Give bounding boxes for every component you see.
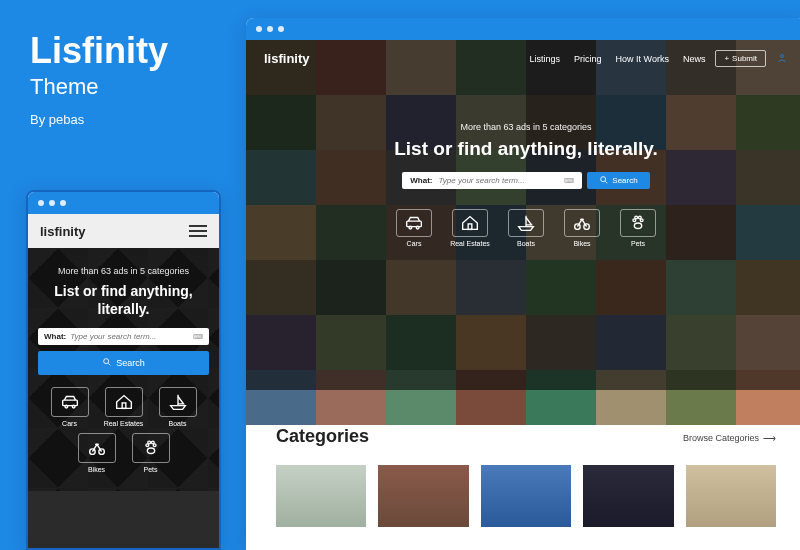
brand-logo[interactable]: lisfinity bbox=[264, 51, 310, 66]
window-dot-icon bbox=[38, 200, 44, 206]
hero-headline: List or find anything, literally. bbox=[246, 138, 800, 160]
svg-point-14 bbox=[601, 176, 606, 181]
promo-title: Lisfinity bbox=[30, 30, 168, 72]
svg-line-15 bbox=[606, 181, 608, 183]
svg-rect-19 bbox=[468, 224, 472, 230]
svg-rect-5 bbox=[122, 403, 126, 409]
search-button[interactable]: Search bbox=[38, 351, 209, 375]
browse-categories-link[interactable]: Browse Categories ⟶ bbox=[683, 433, 776, 443]
category-boats[interactable]: Boats bbox=[154, 387, 202, 427]
nav-howitworks[interactable]: How It Works bbox=[616, 54, 669, 64]
category-label: Bikes bbox=[88, 466, 105, 473]
svg-point-13 bbox=[781, 54, 784, 57]
boat-icon bbox=[159, 387, 197, 417]
search-label: What: bbox=[410, 176, 432, 185]
house-icon bbox=[452, 209, 488, 237]
category-boats[interactable]: Boats bbox=[504, 209, 548, 247]
svg-point-18 bbox=[416, 226, 419, 229]
promo-block: Lisfinity Theme By pebas bbox=[30, 30, 168, 127]
plus-icon: + bbox=[724, 54, 729, 63]
search-button[interactable]: Search bbox=[587, 172, 649, 189]
svg-point-8 bbox=[147, 448, 154, 454]
hamburger-icon[interactable] bbox=[189, 222, 207, 240]
hero-tagline: More than 63 ads in 5 categories bbox=[246, 122, 800, 132]
category-label: Pets bbox=[631, 240, 645, 247]
window-dot-icon bbox=[267, 26, 273, 32]
svg-point-25 bbox=[635, 216, 638, 219]
svg-point-26 bbox=[638, 216, 641, 219]
svg-point-17 bbox=[409, 226, 412, 229]
category-thumbnails bbox=[276, 465, 776, 527]
svg-point-4 bbox=[72, 406, 75, 409]
user-icon[interactable] bbox=[776, 52, 788, 66]
window-dot-icon bbox=[49, 200, 55, 206]
keyboard-icon: ⌨ bbox=[564, 177, 574, 185]
svg-point-22 bbox=[634, 223, 641, 229]
hero-headline: List or find anything, literally. bbox=[38, 282, 209, 318]
house-icon bbox=[105, 387, 143, 417]
svg-point-0 bbox=[104, 359, 109, 364]
category-label: Bikes bbox=[573, 240, 590, 247]
desktop-preview: lisfinity Listings Pricing How It Works … bbox=[246, 18, 800, 550]
car-icon bbox=[396, 209, 432, 237]
car-icon bbox=[51, 387, 89, 417]
window-dot-icon bbox=[256, 26, 262, 32]
nav-listings[interactable]: Listings bbox=[530, 54, 561, 64]
category-pets[interactable]: Pets bbox=[127, 433, 175, 473]
category-label: Real Estates bbox=[104, 420, 144, 427]
category-realestates[interactable]: Real Estates bbox=[100, 387, 148, 427]
desktop-browser-chrome bbox=[246, 18, 800, 40]
nav-news[interactable]: News bbox=[683, 54, 706, 64]
category-bikes[interactable]: Bikes bbox=[560, 209, 604, 247]
category-cars[interactable]: Cars bbox=[392, 209, 436, 247]
category-thumbnail[interactable] bbox=[378, 465, 468, 527]
category-label: Cars bbox=[407, 240, 422, 247]
category-cars[interactable]: Cars bbox=[46, 387, 94, 427]
search-box[interactable]: What: ⌨ bbox=[402, 172, 582, 189]
category-pets[interactable]: Pets bbox=[616, 209, 660, 247]
search-button-label: Search bbox=[116, 358, 145, 368]
category-bikes[interactable]: Bikes bbox=[73, 433, 121, 473]
promo-subtitle: Theme bbox=[30, 74, 168, 100]
category-realestates[interactable]: Real Estates bbox=[448, 209, 492, 247]
search-box[interactable]: What: ⌨ bbox=[38, 328, 209, 345]
top-nav: lisfinity Listings Pricing How It Works … bbox=[246, 40, 800, 77]
search-input[interactable] bbox=[70, 332, 189, 341]
category-label: Real Estates bbox=[450, 240, 490, 247]
arrow-right-icon: ⟶ bbox=[763, 433, 776, 443]
search-icon bbox=[599, 175, 609, 187]
category-label: Boats bbox=[517, 240, 535, 247]
keyboard-icon: ⌨ bbox=[193, 333, 203, 341]
pet-icon bbox=[620, 209, 656, 237]
main-nav: Listings Pricing How It Works News bbox=[530, 54, 706, 64]
search-label: What: bbox=[44, 332, 66, 341]
boat-icon bbox=[508, 209, 544, 237]
submit-button[interactable]: + Submit bbox=[715, 50, 766, 67]
mobile-browser-chrome bbox=[28, 192, 219, 214]
category-label: Cars bbox=[62, 420, 77, 427]
desktop-categories: Cars Real Estates Boats Bikes bbox=[246, 209, 800, 247]
mobile-categories: Cars Real Estates Boats Bikes Pets bbox=[38, 387, 209, 473]
hero-tagline: More than 63 ads in 5 categories bbox=[38, 266, 209, 276]
pet-icon bbox=[132, 433, 170, 463]
search-input[interactable] bbox=[439, 176, 559, 185]
category-thumbnail[interactable] bbox=[686, 465, 776, 527]
browse-label: Browse Categories bbox=[683, 433, 759, 443]
window-dot-icon bbox=[60, 200, 66, 206]
promo-author: By pebas bbox=[30, 112, 168, 127]
nav-pricing[interactable]: Pricing bbox=[574, 54, 602, 64]
category-thumbnail[interactable] bbox=[583, 465, 673, 527]
svg-line-1 bbox=[108, 364, 110, 366]
svg-point-12 bbox=[151, 442, 154, 445]
svg-rect-16 bbox=[407, 221, 422, 227]
category-thumbnail[interactable] bbox=[276, 465, 366, 527]
brand-logo[interactable]: lisfinity bbox=[40, 224, 86, 239]
bike-icon bbox=[78, 433, 116, 463]
mobile-topbar: lisfinity bbox=[28, 214, 219, 248]
mobile-preview: lisfinity More than 63 ads in 5 categori… bbox=[26, 190, 221, 550]
window-dot-icon bbox=[278, 26, 284, 32]
svg-rect-2 bbox=[62, 401, 77, 407]
submit-button-label: Submit bbox=[732, 54, 757, 63]
category-thumbnail[interactable] bbox=[481, 465, 571, 527]
search-button-label: Search bbox=[612, 176, 637, 185]
